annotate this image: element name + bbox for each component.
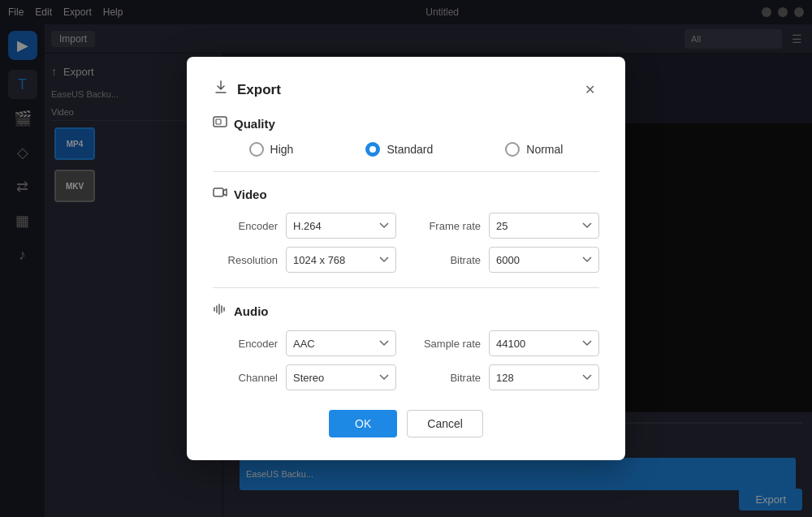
video-encoder-label: Encoder [213,220,278,232]
sample-rate-row: Sample rate 22050 44100 48000 [416,330,599,356]
quality-video-divider [213,171,599,172]
video-bitrate-label: Bitrate [416,254,481,266]
quality-options-row: High Standard Normal [213,142,599,157]
frame-rate-row: Frame rate 24 25 30 60 [416,213,599,239]
quality-normal-label: Normal [526,143,563,156]
channel-select[interactable]: Stereo Mono [286,364,396,390]
dialog-title-icon [213,80,229,100]
audio-section-title: Audio [234,304,269,318]
audio-bitrate-label: Bitrate [416,372,481,384]
svg-rect-2 [214,188,223,196]
video-section-header: Video [213,187,599,201]
quality-section-header: Quality [213,116,599,131]
resolution-label: Resolution [213,254,278,266]
modal-overlay: Export ✕ Quality High Standard [0,0,812,517]
channel-row: Channel Stereo Mono [213,364,396,390]
export-dialog: Export ✕ Quality High Standard [187,57,625,460]
quality-high-label: High [270,143,294,156]
quality-option-standard[interactable]: Standard [365,142,433,157]
audio-encoder-select[interactable]: AAC MP3 OGG [286,330,396,356]
dialog-title-row: Export [213,80,281,100]
audio-section-header: Audio [213,303,599,319]
sample-rate-label: Sample rate [416,338,481,350]
dialog-titlebar: Export ✕ [213,80,599,100]
audio-icon [213,303,227,319]
video-icon [213,187,227,201]
dialog-title-text: Export [237,82,281,98]
svg-rect-0 [214,117,227,127]
audio-bitrate-select[interactable]: 64 128 192 256 320 [489,364,599,390]
sample-rate-select[interactable]: 22050 44100 48000 [489,330,599,356]
ok-button[interactable]: OK [329,410,397,437]
video-section-title: Video [234,187,267,201]
channel-label: Channel [213,372,278,384]
frame-rate-label: Frame rate [416,220,481,232]
quality-section-title: Quality [234,117,275,131]
video-encoder-select[interactable]: H.264 H.265 VP9 [286,213,396,239]
svg-rect-1 [216,119,221,124]
video-form-grid: Encoder H.264 H.265 VP9 Frame rate 24 25… [213,213,599,273]
video-bitrate-row: Bitrate 3000 6000 8000 12000 [416,247,599,273]
radio-high [249,142,264,157]
dialog-actions: OK Cancel [213,410,599,437]
quality-option-normal[interactable]: Normal [505,142,563,157]
video-bitrate-select[interactable]: 3000 6000 8000 12000 [489,247,599,273]
video-encoder-row: Encoder H.264 H.265 VP9 [213,213,396,239]
dialog-close-button[interactable]: ✕ [580,80,599,100]
audio-encoder-label: Encoder [213,338,278,350]
frame-rate-select[interactable]: 24 25 30 60 [489,213,599,239]
quality-option-high[interactable]: High [249,142,294,157]
video-audio-divider [213,287,599,288]
resolution-row: Resolution 1024 x 768 1920 x 1080 1280 x… [213,247,396,273]
quality-icon [213,116,227,131]
audio-bitrate-row: Bitrate 64 128 192 256 320 [416,364,599,390]
audio-form-grid: Encoder AAC MP3 OGG Sample rate 22050 44… [213,330,599,390]
radio-normal [505,142,520,157]
cancel-button[interactable]: Cancel [407,410,483,437]
resolution-select[interactable]: 1024 x 768 1920 x 1080 1280 x 720 854 x … [286,247,396,273]
audio-encoder-row: Encoder AAC MP3 OGG [213,330,396,356]
radio-standard [365,142,380,157]
quality-standard-label: Standard [387,143,433,156]
